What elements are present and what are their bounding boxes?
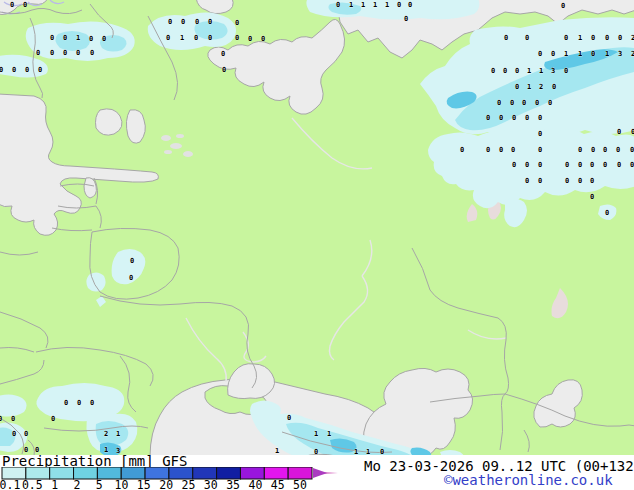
precip-value-marker: 0 (515, 67, 519, 75)
precip-value-marker: 1 (180, 34, 184, 42)
precip-value-marker: 0 (525, 177, 529, 185)
precip-value-marker: 0 (630, 161, 634, 169)
precip-value-marker: 0 (538, 50, 542, 58)
precip-value-marker: 0 (460, 146, 464, 154)
precip-value-marker: 0 (538, 114, 542, 122)
legend-scale-label: 2 (73, 478, 80, 490)
precip-value-marker: 1 (578, 34, 582, 42)
precip-value-marker: 0 (591, 146, 595, 154)
precip-value-marker: 0 (181, 18, 185, 26)
precip-value-marker: 0 (504, 34, 508, 42)
precip-value-marker: 0 (510, 99, 514, 107)
precip-value-marker: 0 (617, 161, 621, 169)
precip-value-marker: 0 (511, 146, 515, 154)
precip-value-marker: 0 (538, 161, 542, 169)
legend-scale-label: 45 (271, 478, 285, 490)
precip-value-marker: 1 (275, 447, 279, 455)
lake-peipus-shape (84, 178, 96, 198)
precip-value-marker: 0 (408, 1, 412, 9)
legend-scale-label: 20 (159, 478, 173, 490)
legend-color-steps (2, 467, 312, 479)
precip-value-marker: 0 (10, 1, 14, 9)
precip-value-marker: 0 (12, 66, 16, 74)
legend-scale-label: 50 (293, 478, 307, 490)
legend-scale-label: 5 (96, 478, 103, 490)
legend-scale-label: 40 (248, 478, 262, 490)
precip-value-marker: 1 (373, 1, 377, 9)
precip-value-marker: 0 (512, 161, 516, 169)
precip-value-marker: 1 (564, 50, 568, 58)
precip-value-marker: 0 (590, 177, 594, 185)
precip-value-marker: 0 (578, 161, 582, 169)
precip-value-marker: 0 (497, 99, 501, 107)
precip-value-marker: 0 (617, 128, 621, 136)
precip-value-marker: 0 (486, 114, 490, 122)
precip-value-marker: 0 (491, 67, 495, 75)
precip-value-marker: 0 (208, 34, 212, 42)
legend-scale-label: 15 (137, 478, 151, 490)
precip-value-marker: 1 (314, 430, 318, 438)
lake-ladoga-shape (96, 109, 123, 135)
precip-value-marker: 0 (90, 49, 94, 57)
precip-value-marker: 0 (380, 448, 384, 455)
precip-value-marker: 0 (564, 34, 568, 42)
precip-value-marker: 0 (503, 67, 507, 75)
precip-value-marker: 0 (565, 177, 569, 185)
precip-value-marker: 0 (522, 99, 526, 107)
precip-value-marker: 0 (36, 49, 40, 57)
precip-value-marker: 0 (603, 146, 607, 154)
precip-value-marker: 3 (551, 67, 555, 75)
precip-value-marker: 0 (38, 66, 42, 74)
legend-scale-label: 1 (51, 478, 58, 490)
precip-value-marker: 0 (194, 34, 198, 42)
precip-value-marker: 1 (385, 1, 389, 9)
precip-value-marker: 0 (166, 34, 170, 42)
precip-value-marker: 0 (591, 34, 595, 42)
precip-value-marker: 0 (90, 399, 94, 407)
precip-value-marker: 0 (548, 99, 552, 107)
precip-value-marker: 1 (527, 67, 531, 75)
precip-value-marker: 0 (616, 146, 620, 154)
precip-value-marker: 0 (51, 415, 55, 423)
precip-value-marker: 1 (327, 430, 331, 438)
precip-value-marker: 0 (76, 49, 80, 57)
precip-value-marker: 3 (618, 50, 622, 58)
precip-value-marker: 0 (618, 34, 622, 42)
precip-value-marker: 0 (525, 114, 529, 122)
copyright-link[interactable]: ©weatheronline.co.uk (444, 472, 613, 488)
precip-value-marker: 1 (361, 1, 365, 9)
precip-value-marker: 0 (235, 19, 239, 27)
precip-value-marker: 0 (50, 34, 54, 42)
precip-value-marker: 0 (222, 66, 226, 74)
precip-value-marker: 0 (551, 50, 555, 58)
legend-scale-label: 0.5 (22, 478, 43, 490)
legend-scale-label: 35 (226, 478, 240, 490)
precip-value-marker: 0 (63, 49, 67, 57)
precip-value-marker: 0 (515, 83, 519, 91)
precip-value-marker: 0 (208, 18, 212, 26)
precip-value-marker: 0 (12, 430, 16, 438)
precip-value-marker: 0 (314, 448, 318, 455)
precip-value-marker: 2 (539, 83, 543, 91)
precip-value-marker: 0 (89, 35, 93, 43)
precip-value-marker: 1 (366, 448, 370, 455)
precip-value-marker: 0 (397, 1, 401, 9)
legend-overflow-arrow (313, 468, 327, 478)
precip-value-marker: 0 (538, 146, 542, 154)
precip-value-marker: 0 (512, 114, 516, 122)
lake-onega-shape (126, 110, 145, 143)
precip-value-marker: 1 (578, 50, 582, 58)
precip-value-marker: 0 (603, 161, 607, 169)
legend-scale-label: 25 (182, 478, 196, 490)
precip-value-marker: 1 (349, 1, 353, 9)
precip-value-marker: 0 (24, 430, 28, 438)
precip-value-marker: 1 (354, 448, 358, 455)
precip-value-marker: 0 (0, 66, 3, 74)
precip-value-marker: 0 (538, 130, 542, 138)
precip-value-marker: 0 (630, 146, 634, 154)
precip-value-marker: 0 (605, 209, 609, 217)
legend-scale-bar: 0.10.5125101520253035404550 (0, 467, 350, 490)
precip-value-marker: 0 (287, 414, 291, 422)
precip-value-marker: 0 (77, 399, 81, 407)
precip-value-marker: 0 (23, 1, 27, 9)
